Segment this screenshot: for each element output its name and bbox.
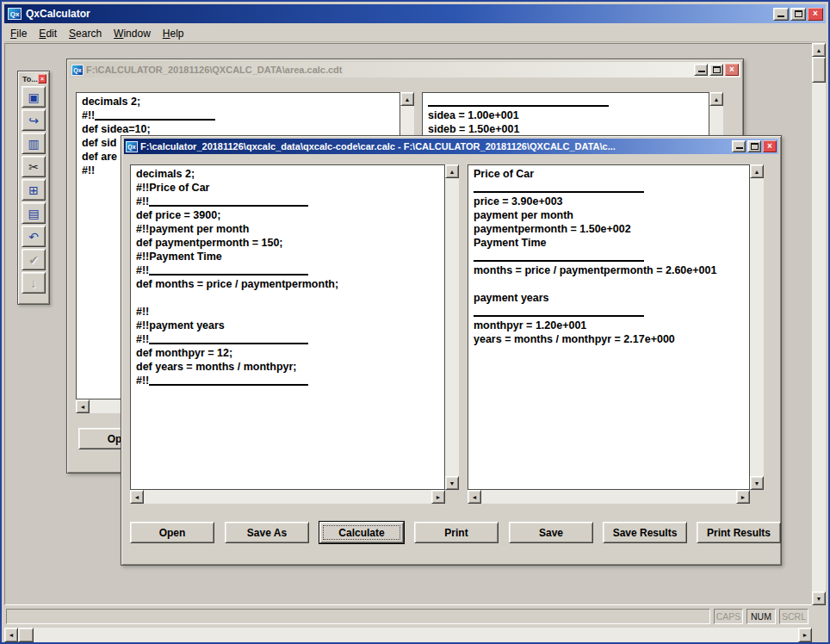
tool-paste-button[interactable]: ⊞ bbox=[22, 179, 46, 201]
save-button[interactable]: Save bbox=[509, 522, 593, 543]
copy-icon: ▥ bbox=[28, 138, 39, 150]
menu-edit[interactable]: Edit bbox=[33, 26, 63, 41]
text-line: def monthpyr = 12; bbox=[136, 346, 444, 360]
scroll-left-button[interactable]: ◄ bbox=[4, 628, 18, 642]
menu-search[interactable]: Search bbox=[63, 26, 108, 41]
fg-minimize-button[interactable] bbox=[732, 140, 746, 152]
scroll-left-button[interactable]: ◄ bbox=[76, 399, 90, 413]
toolbox-close-icon: × bbox=[40, 76, 44, 82]
save-results-button-label: Save Results bbox=[613, 527, 678, 539]
text-line: #!! bbox=[136, 374, 444, 387]
scroll-up-button[interactable]: ▲ bbox=[750, 164, 764, 178]
tool-copy-button[interactable]: ▥ bbox=[22, 133, 46, 154]
text-line: #!!payment per month bbox=[136, 222, 444, 236]
scroll-lock-indicator: SCRL bbox=[779, 609, 808, 624]
bg-child-titlebar[interactable]: Qx F:\CALCULATOR_20181126\QXCALC_DATA\ar… bbox=[70, 62, 740, 77]
save-results-button[interactable]: Save Results bbox=[603, 522, 687, 543]
open-button[interactable]: Open bbox=[130, 522, 214, 543]
main-window-title: QxCalculator bbox=[26, 8, 773, 20]
scroll-up-button[interactable]: ▲ bbox=[445, 164, 459, 178]
vertical-scroll-thumb[interactable] bbox=[812, 57, 826, 83]
tool-apply-button[interactable]: ✔ bbox=[22, 249, 46, 270]
menu-file[interactable]: File bbox=[4, 26, 33, 41]
print-results-button-label: Print Results bbox=[707, 527, 771, 539]
text-line: sidea = 1.00e+001 bbox=[428, 108, 709, 122]
text-line: #!!payment years bbox=[136, 319, 444, 332]
tool-undo-button[interactable]: ↶ bbox=[22, 226, 46, 247]
maximize-button[interactable] bbox=[790, 8, 806, 21]
scroll-up-button[interactable]: ▲ bbox=[709, 92, 723, 106]
tool-app-button[interactable]: ▣ bbox=[22, 86, 46, 108]
text-line: decimals 2; bbox=[82, 95, 400, 108]
fg-results-horizontal-scrollbar[interactable]: ◄ ► bbox=[468, 490, 750, 504]
fg-results-view[interactable]: Price of Carprice = 3.90e+003payment per… bbox=[468, 164, 750, 490]
text-line: decimals 2; bbox=[136, 167, 444, 181]
calculate-button[interactable]: Calculate bbox=[319, 522, 404, 543]
text-line: def months = price / paymentpermonth; bbox=[136, 277, 444, 291]
scroll-up-button[interactable]: ▲ bbox=[812, 43, 826, 57]
scroll-right-button[interactable]: ► bbox=[431, 490, 445, 504]
menu-help[interactable]: Help bbox=[157, 26, 190, 41]
horizontal-rule bbox=[95, 110, 215, 121]
bg-close-button[interactable]: × bbox=[725, 64, 739, 76]
fg-code-editor[interactable]: decimals 2;#!!Price of Car#!!def price =… bbox=[130, 164, 445, 490]
scroll-left-button[interactable]: ◄ bbox=[468, 490, 481, 504]
scroll-left-button[interactable]: ◄ bbox=[130, 490, 144, 504]
close-button[interactable]: × bbox=[808, 8, 823, 21]
bg-close-icon: × bbox=[729, 65, 734, 74]
tool-cut-button[interactable]: ✂ bbox=[22, 156, 46, 177]
horizontal-rule bbox=[474, 251, 644, 262]
apply-icon: ✔ bbox=[28, 254, 39, 266]
scroll-down-button[interactable]: ▼ bbox=[445, 476, 459, 490]
text-line: paymentpermonth = 1.50e+002 bbox=[474, 222, 749, 236]
horizontal-rule bbox=[474, 307, 644, 317]
scroll-corner bbox=[445, 490, 459, 504]
horizontal-scroll-thumb[interactable] bbox=[18, 628, 34, 642]
text-line bbox=[474, 250, 749, 263]
toolbox-close-button[interactable]: × bbox=[38, 74, 46, 84]
workspace-vertical-scrollbar[interactable]: ▲ ▼ bbox=[812, 43, 826, 605]
main-titlebar[interactable]: Qx QxCalculator × bbox=[4, 4, 826, 23]
bg-minimize-button[interactable] bbox=[694, 64, 708, 76]
text-line: def years = months / monthpyr; bbox=[136, 360, 444, 374]
menu-window[interactable]: Window bbox=[108, 26, 157, 41]
tool-notes-button[interactable]: ▤ bbox=[22, 202, 46, 224]
fg-close-button[interactable]: × bbox=[763, 140, 777, 152]
fg-code-horizontal-scrollbar[interactable]: ◄ ► bbox=[130, 490, 445, 504]
scroll-down-button[interactable]: ▼ bbox=[812, 591, 826, 605]
notes-icon: ▤ bbox=[28, 207, 39, 220]
print-button-label: Print bbox=[444, 527, 468, 539]
bg-maximize-button[interactable] bbox=[709, 64, 723, 76]
tool-open-button[interactable]: ↪ bbox=[22, 109, 46, 131]
fg-results-vertical-scrollbar[interactable]: ▲ ▼ bbox=[750, 164, 764, 490]
document-window-car-calc[interactable]: Qx F:\calculator_20181126\qxcalc_data\qx… bbox=[121, 135, 782, 566]
app-logo-text: Qx bbox=[10, 10, 20, 18]
down-icon: ↓ bbox=[31, 277, 37, 289]
focus-rectangle bbox=[323, 525, 400, 540]
bg-window-controls: × bbox=[694, 64, 739, 76]
fg-child-titlebar[interactable]: Qx F:\calculator_20181126\qxcalc_data\qx… bbox=[124, 139, 778, 154]
scroll-up-button[interactable]: ▲ bbox=[400, 92, 414, 106]
status-bar: CAPS NUM SCRL bbox=[4, 605, 826, 628]
text-line: #!! bbox=[136, 305, 444, 319]
text-line: Price of Car bbox=[474, 167, 749, 181]
horizontal-rule bbox=[428, 96, 609, 107]
maximize-icon bbox=[795, 10, 802, 17]
minimize-button[interactable] bbox=[773, 8, 789, 21]
toolbox-palette[interactable]: To... × ▣ ↪ ▥ ✂ ⊞ ▤ ↶ ✔ ↓ bbox=[17, 71, 50, 305]
fg-code-vertical-scrollbar[interactable]: ▲ ▼ bbox=[445, 164, 459, 490]
print-results-button[interactable]: Print Results bbox=[697, 522, 781, 543]
fg-close-icon: × bbox=[767, 142, 772, 151]
tool-down-button[interactable]: ↓ bbox=[22, 272, 46, 294]
cut-icon: ✂ bbox=[28, 161, 39, 173]
scroll-right-button[interactable]: ► bbox=[798, 628, 812, 642]
scroll-down-button[interactable]: ▼ bbox=[750, 476, 764, 490]
workspace-horizontal-scrollbar[interactable]: ◄ ► bbox=[4, 628, 826, 642]
horizontal-rule bbox=[149, 334, 308, 344]
toolbox-titlebar[interactable]: To... × bbox=[20, 73, 47, 84]
scroll-right-button[interactable]: ► bbox=[736, 490, 750, 504]
print-button[interactable]: Print bbox=[414, 522, 499, 543]
fg-maximize-button[interactable] bbox=[747, 140, 761, 152]
fg-window-controls: × bbox=[732, 140, 777, 152]
save-as-button[interactable]: Save As bbox=[225, 522, 309, 543]
